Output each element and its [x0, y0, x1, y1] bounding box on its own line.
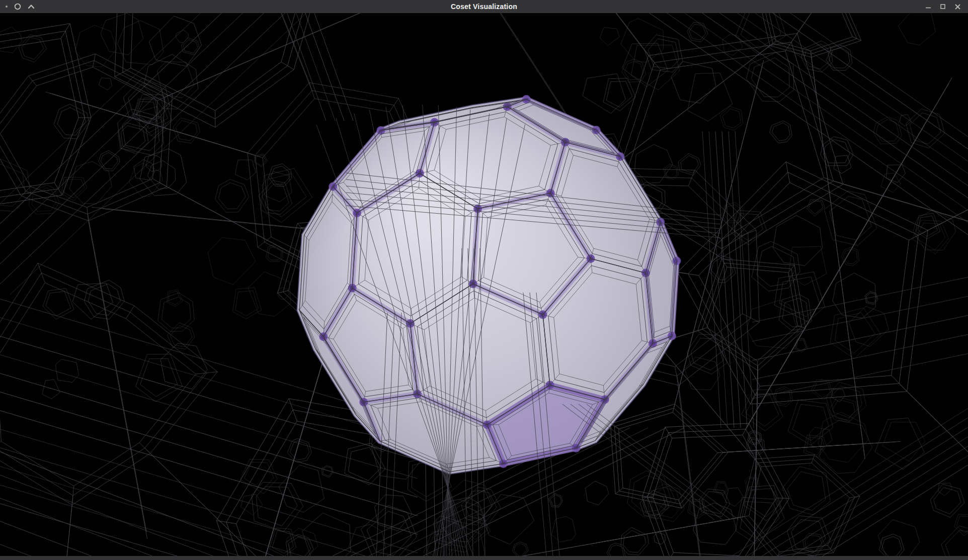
close-button[interactable]	[954, 4, 961, 10]
titlebar-left-icons	[0, 0, 35, 13]
viewport-3d[interactable]	[0, 13, 968, 556]
app-window: Coset Visualization	[0, 0, 968, 560]
maximize-button[interactable]	[940, 4, 946, 10]
minimize-button[interactable]	[925, 4, 931, 10]
circle-icon[interactable]	[14, 3, 21, 10]
window-controls	[925, 0, 968, 13]
window-bottom-border	[0, 556, 968, 560]
chevron-up-icon[interactable]	[28, 4, 35, 10]
dot-icon	[6, 6, 8, 8]
titlebar[interactable]: Coset Visualization	[0, 0, 968, 13]
window-title: Coset Visualization	[0, 3, 968, 11]
